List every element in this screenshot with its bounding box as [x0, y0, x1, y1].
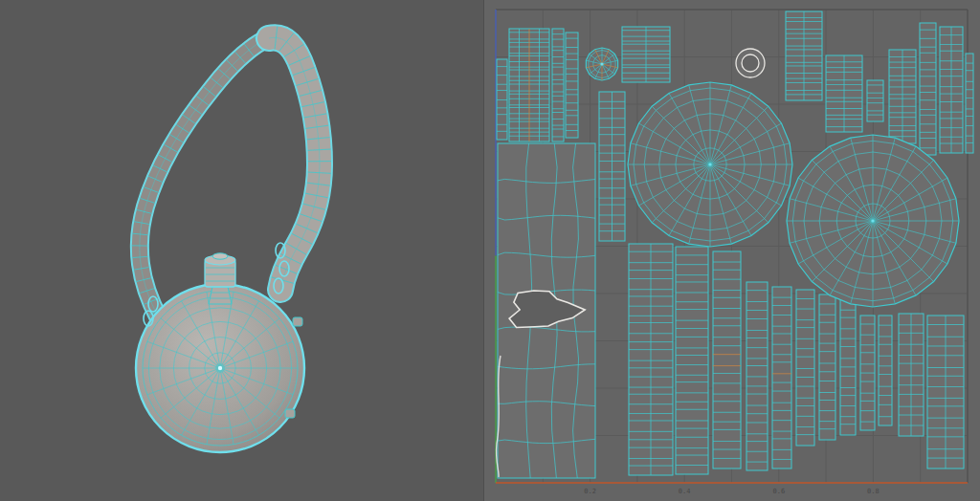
uv-axis-tick: 0.4 — [679, 488, 691, 495]
uv-island-strip-n[interactable] — [840, 299, 856, 435]
uv-axis-tick: 0.2 — [584, 488, 596, 495]
uv-island-disc-large-1[interactable] — [628, 82, 792, 247]
uv-editor-panel[interactable]: 0.20.40.60.8 — [483, 0, 980, 501]
uv-island-strip-d[interactable] — [566, 33, 578, 138]
uv-axis-tick: 0.6 — [772, 488, 785, 495]
viewport-3d[interactable] — [0, 0, 483, 501]
uv-island-strip-c[interactable] — [552, 29, 564, 142]
flask-body — [136, 284, 304, 452]
uv-island-disc-large-2[interactable] — [787, 135, 959, 307]
uv-axis-tick: 0.8 — [867, 488, 880, 495]
strap-band-front — [269, 26, 331, 290]
uv-island-strip-v[interactable] — [889, 50, 916, 143]
uv-island-strip-a[interactable] — [497, 59, 507, 140]
viewport-3d-canvas[interactable] — [0, 0, 483, 501]
strap-band-back — [132, 37, 269, 318]
uv-island-strip-q[interactable] — [899, 314, 924, 436]
uv-island-strip-s[interactable] — [786, 11, 822, 100]
uv-island-strip-k[interactable] — [772, 287, 791, 468]
uv-island-strip-w[interactable] — [920, 23, 936, 155]
uv-island-strip-m[interactable] — [819, 294, 835, 440]
uv-island-strip-o[interactable] — [860, 316, 875, 430]
uv-island-strip-p[interactable] — [879, 316, 892, 425]
uv-island-strip-l[interactable] — [796, 290, 814, 446]
uv-island-ring-island[interactable] — [736, 49, 765, 77]
uv-editor-canvas[interactable]: 0.20.40.60.8 — [484, 0, 980, 501]
uv-island-disc-cap[interactable] — [586, 48, 617, 80]
uv-island-block-b[interactable] — [509, 29, 549, 142]
uv-island-strip-i[interactable] — [713, 251, 741, 468]
uv-island-block-e[interactable] — [622, 27, 670, 82]
uv-island-strip-u[interactable] — [867, 80, 883, 121]
uv-island-strip-g[interactable] — [629, 244, 673, 475]
canteen-model[interactable] — [132, 26, 331, 452]
uv-island-strip-h[interactable] — [676, 247, 708, 474]
uv-island-strip-x[interactable] — [940, 27, 963, 153]
uv-island-strip-t[interactable] — [826, 55, 862, 132]
uv-island-strip-j[interactable] — [746, 282, 768, 470]
uv-island-strip-y[interactable] — [966, 54, 973, 153]
uv-island-strip-r[interactable] — [927, 316, 964, 468]
uv-island-strip-f[interactable] — [599, 92, 625, 241]
app-window: 0.20.40.60.8 — [0, 0, 980, 501]
